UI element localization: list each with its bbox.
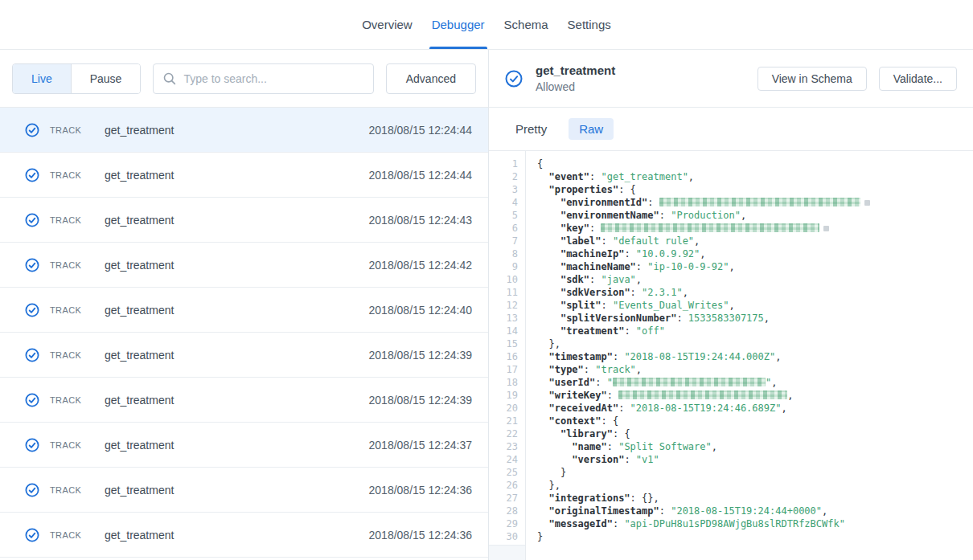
json-key: "event" <box>548 171 589 182</box>
line-number: 29 <box>489 517 525 530</box>
json-key: "version" <box>572 454 624 465</box>
event-name: get_treatment <box>105 214 369 227</box>
redacted-value <box>613 378 766 386</box>
json-punctuation: , <box>688 171 694 182</box>
json-value: "2018-08-15T19:24:44.000Z" <box>624 351 775 362</box>
json-key: "writeKey" <box>548 390 606 401</box>
event-row[interactable]: TRACKget_treatment2018/08/15 12:24:42 <box>0 243 488 288</box>
code-line: "type": "track", <box>537 363 973 376</box>
redacted-artifact <box>864 200 870 206</box>
event-row[interactable]: TRACKget_treatment2018/08/15 12:24:39 <box>0 333 488 378</box>
event-type-label: TRACK <box>50 170 105 180</box>
json-key: "timestamp" <box>548 351 612 362</box>
json-punctuation <box>537 210 560 221</box>
tab-debugger[interactable]: Debugger <box>431 0 486 49</box>
detail-actions: View in Schema Validate... <box>757 67 957 91</box>
stream-toolbar: Live Pause Advanced <box>0 50 488 108</box>
tab-pretty[interactable]: Pretty <box>505 118 557 140</box>
tab-raw[interactable]: Raw <box>569 118 614 140</box>
redacted-value <box>659 198 860 206</box>
json-punctuation: : <box>624 248 635 260</box>
json-key: "receivedAt" <box>548 403 618 414</box>
json-punctuation: : <box>613 351 624 362</box>
event-row[interactable]: TRACKget_treatment2018/08/15 12:24:36 <box>0 513 488 558</box>
json-value: "2018-08-15T19:24:44+0000" <box>671 505 822 517</box>
search-input[interactable] <box>183 72 363 85</box>
check-circle-icon <box>25 393 39 407</box>
check-circle-icon <box>25 168 39 182</box>
json-punctuation: : {}, <box>630 493 659 504</box>
json-value: "api-DPuH8u1sPD98AWjgBu8slRDTRfzBCWfk" <box>624 518 845 529</box>
tab-schema[interactable]: Schema <box>503 0 549 49</box>
live-pause-toggle: Live Pause <box>12 63 141 94</box>
json-punctuation: : <box>624 454 635 465</box>
line-number: 8 <box>489 247 525 260</box>
top-nav: OverviewDebuggerSchemaSettings <box>0 0 973 50</box>
event-row[interactable]: TRACKget_treatment2018/08/15 12:24:43 <box>0 198 488 243</box>
code-line: "integrations": {}, <box>537 492 973 505</box>
event-timestamp: 2018/08/15 12:24:42 <box>369 259 472 272</box>
search-icon <box>163 72 176 85</box>
pause-button[interactable]: Pause <box>72 64 141 93</box>
json-key: "integrations" <box>548 493 630 504</box>
json-punctuation: , <box>700 248 705 260</box>
json-punctuation <box>537 248 560 260</box>
json-punctuation <box>537 313 560 324</box>
validate-button[interactable]: Validate... <box>879 67 957 91</box>
json-key: "splitVersionNumber" <box>560 313 677 324</box>
json-key: "library" <box>560 428 613 439</box>
json-punctuation <box>537 274 560 285</box>
event-name: get_treatment <box>105 529 369 542</box>
json-punctuation: : <box>595 377 606 388</box>
event-timestamp: 2018/08/15 12:24:43 <box>369 214 472 227</box>
event-list[interactable]: TRACKget_treatment2018/08/15 12:24:44TRA… <box>0 108 488 560</box>
json-punctuation: : <box>584 364 595 375</box>
check-circle-icon <box>25 438 39 452</box>
tab-overview[interactable]: Overview <box>361 0 413 49</box>
line-number: 24 <box>489 453 525 466</box>
event-row[interactable]: TRACKget_treatment2018/08/15 12:24:40 <box>0 288 488 333</box>
event-name: get_treatment <box>105 124 369 137</box>
event-name: get_treatment <box>105 304 369 317</box>
code-line: "event": "get_treatment", <box>537 170 973 183</box>
json-punctuation: : <box>613 518 624 529</box>
json-key: "split" <box>560 300 601 311</box>
main-layout: Live Pause Advanced TRACKget_treatment20… <box>0 50 973 560</box>
line-number: 4 <box>489 196 525 209</box>
json-punctuation <box>537 403 548 414</box>
event-row[interactable]: TRACKget_treatment2018/08/15 12:24:36 <box>0 468 488 513</box>
line-number: 7 <box>489 235 525 247</box>
line-number: 20 <box>489 402 525 415</box>
event-timestamp: 2018/08/15 12:24:44 <box>369 169 472 182</box>
code-line: "environmentName": "Production", <box>537 209 973 222</box>
json-punctuation <box>537 351 548 362</box>
code-line: "machineName": "ip-10-0-9-92", <box>537 260 973 273</box>
live-button[interactable]: Live <box>13 64 72 93</box>
json-punctuation: , <box>741 210 746 221</box>
json-punctuation: , <box>636 274 642 285</box>
raw-json-viewer[interactable]: 1234567891011121314151617181920212223242… <box>489 151 973 560</box>
event-row[interactable]: TRACKget_treatment2018/08/15 12:24:37 <box>0 423 488 468</box>
line-number: 14 <box>489 325 525 337</box>
line-number: 3 <box>489 183 525 196</box>
json-punctuation: , <box>694 235 700 247</box>
json-punctuation: : <box>607 441 618 452</box>
json-key: "type" <box>548 364 583 375</box>
view-in-schema-button[interactable]: View in Schema <box>757 67 867 91</box>
advanced-button[interactable]: Advanced <box>386 63 476 94</box>
search-box[interactable] <box>153 63 373 94</box>
event-row[interactable]: TRACKget_treatment2018/08/15 12:24:44 <box>0 153 488 198</box>
check-circle-icon <box>25 213 39 227</box>
event-row[interactable]: TRACKget_treatment2018/08/15 12:24:44 <box>0 108 488 153</box>
line-number: 30 <box>489 530 525 543</box>
code-line: } <box>537 466 973 479</box>
json-punctuation <box>537 235 560 247</box>
json-value: "10.0.9.92" <box>636 248 700 260</box>
json-value: "ip-10-0-9-92" <box>647 261 729 272</box>
check-circle-icon <box>25 303 39 317</box>
event-row[interactable]: TRACKget_treatment2018/08/15 12:24:39 <box>0 378 488 423</box>
tab-settings[interactable]: Settings <box>567 0 612 49</box>
event-title: get_treatment <box>536 63 615 77</box>
json-key: "treatment" <box>560 325 624 337</box>
json-punctuation <box>537 518 548 529</box>
